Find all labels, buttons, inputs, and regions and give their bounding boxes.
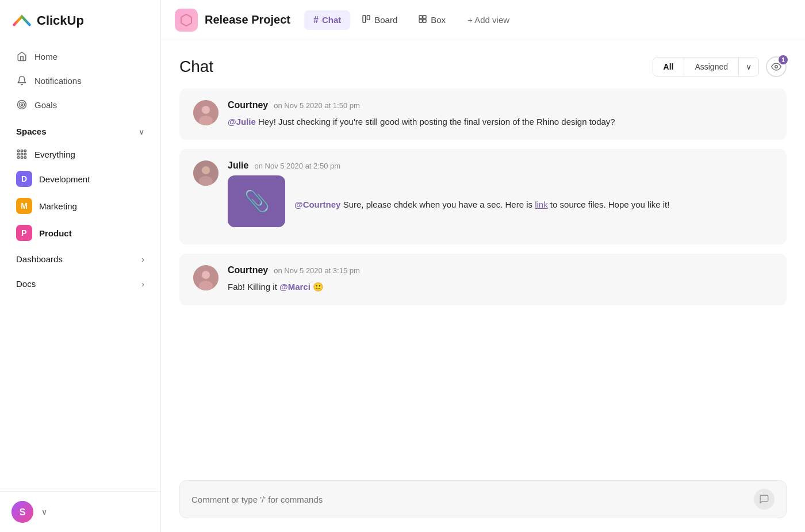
project-icon (175, 9, 198, 32)
message-3-text: Fab! Killing it @Marci 🙂 (228, 280, 773, 293)
sidebar-item-product[interactable]: P Product (5, 220, 156, 246)
message-3-emoji: 🙂 (313, 282, 324, 292)
message-1-mention: @Julie (228, 117, 256, 127)
comment-input[interactable] (191, 495, 754, 504)
sidebar-item-goals-label: Goals (34, 100, 57, 110)
message-2-link[interactable]: link (535, 200, 548, 209)
message-2-author: Julie (228, 160, 248, 171)
svg-point-28 (202, 271, 210, 279)
svg-point-7 (21, 153, 22, 155)
tab-chat[interactable]: # Chat (304, 10, 350, 30)
app-name: ClickUp (37, 13, 84, 28)
message-3-author: Courtney (228, 265, 268, 275)
chat-title: Chat (179, 58, 213, 76)
sidebar-item-goals[interactable]: Goals (5, 93, 156, 116)
sidebar: ClickUp Home Notifications (0, 0, 161, 532)
topbar: Release Project # Chat Board (161, 0, 805, 40)
message-2-timestamp: on Nov 5 2020 at 2:50 pm (254, 162, 340, 170)
project-title: Release Project (205, 13, 290, 26)
message-1-body: Courtney on Nov 5 2020 at 1:50 pm @Julie… (228, 100, 773, 128)
sidebar-item-development-label: Development (39, 174, 90, 184)
home-icon (16, 51, 28, 62)
message-1-header: Courtney on Nov 5 2020 at 1:50 pm (228, 100, 773, 110)
marketing-badge: M (16, 198, 32, 214)
svg-rect-14 (363, 16, 366, 22)
attachment-box: 📎 (228, 175, 285, 227)
svg-rect-18 (419, 19, 422, 22)
add-view-label: + Add view (467, 15, 509, 25)
message-2-text-2: to source files. Hope you like it! (550, 200, 670, 209)
message-1: Courtney on Nov 5 2020 at 1:50 pm @Julie… (179, 89, 787, 140)
sidebar-footer[interactable]: S ∨ (0, 491, 160, 532)
development-badge: D (16, 171, 32, 187)
sidebar-item-notifications-label: Notifications (34, 76, 82, 86)
clickup-logo-icon (12, 10, 32, 31)
svg-point-8 (24, 153, 26, 155)
filter-group: All Assigned ∨ (653, 57, 759, 76)
message-2-body: Julie on Nov 5 2020 at 2:50 pm 📎 @Courtn… (228, 160, 773, 233)
sidebar-item-marketing-label: Marketing (39, 201, 77, 211)
message-1-text-body: Hey! Just checking if you're still good … (258, 117, 615, 127)
message-2-mention: @Courtney (294, 200, 340, 209)
sidebar-item-dashboards[interactable]: Dashboards › (5, 247, 156, 271)
user-avatar: S (12, 501, 33, 523)
svg-rect-16 (419, 16, 422, 18)
main-content: Release Project # Chat Board (161, 0, 805, 532)
messages-list: Courtney on Nov 5 2020 at 1:50 pm @Julie… (161, 89, 805, 471)
comment-send-button[interactable] (754, 489, 775, 510)
svg-point-9 (18, 156, 20, 158)
goals-icon (16, 99, 28, 110)
chat-area: Chat All Assigned ∨ 1 (161, 40, 805, 532)
chat-header: Chat All Assigned ∨ 1 (161, 40, 805, 89)
message-3-text-1: Fab! Killing it (228, 282, 279, 292)
svg-point-20 (775, 66, 778, 68)
svg-text:S: S (20, 507, 26, 517)
sidebar-item-everything-label: Everything (34, 150, 75, 159)
chevron-down-icon: ∨ (746, 62, 752, 71)
filter-dropdown[interactable]: ∨ (738, 58, 758, 76)
watch-button[interactable]: 1 (766, 56, 787, 77)
add-view-button[interactable]: + Add view (459, 10, 518, 29)
tab-chat-label: Chat (322, 15, 341, 25)
docs-label: Docs (16, 279, 36, 289)
comment-input-wrap (179, 480, 787, 518)
tab-board[interactable]: Board (352, 10, 407, 30)
message-3-avatar (193, 265, 218, 290)
sidebar-item-home-label: Home (34, 52, 57, 62)
sidebar-item-development[interactable]: D Development (5, 166, 156, 192)
message-3-header: Courtney on Nov 5 2020 at 3:15 pm (228, 265, 773, 275)
tab-box-label: Box (431, 15, 446, 25)
message-2: Julie on Nov 5 2020 at 2:50 pm 📎 @Courtn… (179, 149, 787, 244)
message-3: Courtney on Nov 5 2020 at 3:15 pm Fab! K… (179, 254, 787, 305)
svg-point-6 (18, 153, 20, 155)
svg-rect-15 (367, 16, 370, 20)
sidebar-item-notifications[interactable]: Notifications (5, 69, 156, 92)
message-3-mention: @Marci (279, 282, 310, 292)
sidebar-item-marketing[interactable]: M Marketing (5, 193, 156, 219)
comment-area (161, 471, 805, 532)
filter-assigned-button[interactable]: Assigned (684, 58, 738, 76)
everything-icon (16, 148, 28, 160)
spaces-section-header[interactable]: Spaces ∨ (5, 121, 156, 142)
svg-rect-19 (423, 19, 426, 22)
chat-header-right: All Assigned ∨ 1 (653, 56, 787, 77)
tab-board-label: Board (374, 15, 397, 25)
svg-point-25 (202, 166, 210, 174)
sidebar-item-docs[interactable]: Docs › (5, 272, 156, 296)
svg-point-5 (24, 150, 26, 152)
sidebar-item-everything[interactable]: Everything (5, 143, 156, 165)
board-tab-icon (362, 14, 371, 26)
filter-all-button[interactable]: All (653, 58, 684, 76)
message-2-content: 📎 @Courtney Sure, please chdek when you … (228, 175, 773, 233)
sidebar-item-home[interactable]: Home (5, 45, 156, 68)
product-badge: P (16, 225, 32, 241)
logo-area: ClickUp (0, 0, 160, 41)
chat-tab-icon: # (313, 15, 319, 25)
spaces-chevron-icon: ∨ (139, 127, 144, 136)
tab-box[interactable]: Box (409, 10, 455, 30)
docs-chevron-icon: › (141, 280, 144, 289)
message-2-text: @Courtney Sure, please chdek when you ha… (294, 198, 669, 211)
message-3-body: Courtney on Nov 5 2020 at 3:15 pm Fab! K… (228, 265, 773, 293)
svg-point-2 (21, 104, 23, 106)
svg-rect-17 (423, 16, 426, 18)
